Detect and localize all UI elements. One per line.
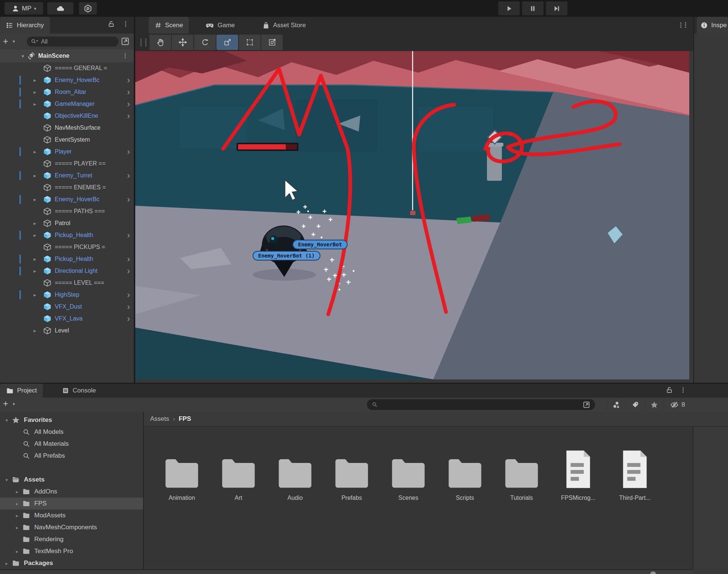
project-tree-item-assets[interactable]: ▾Assets [0,474,143,486]
scene-object-label[interactable]: Enemy_HoverBot (1) [253,251,320,261]
hierarchy-row[interactable]: ▸Patrol [0,217,134,229]
grid-scrollbar[interactable] [693,427,728,569]
scene-object-label[interactable]: Enemy_HoverBot [292,240,348,249]
prefab-open-chevron-icon[interactable]: › [127,172,130,179]
tab-project[interactable]: Project [0,384,43,398]
tool-hand[interactable] [149,35,171,50]
expander-icon[interactable]: ▸ [13,513,22,518]
hierarchy-row[interactable]: ===== GENERAL = [0,62,134,74]
tool-rect[interactable] [239,35,260,50]
prefab-open-chevron-icon[interactable]: › [127,148,130,155]
hierarchy-row[interactable]: VFX_Lava› [0,313,134,325]
expander-closed-icon[interactable]: ▸ [34,220,43,226]
prefab-open-chevron-icon[interactable]: › [127,315,130,322]
prefab-open-chevron-icon[interactable]: › [127,303,130,310]
hierarchy-row[interactable]: ===== LEVEL === [0,277,134,289]
toolbar-grip-handle[interactable] [140,38,146,47]
hierarchy-row[interactable]: ===== ENEMIES = [0,182,134,193]
expander-icon[interactable]: ▸ [13,501,22,507]
asset-item-fpsmicrog-[interactable]: FPSMicrog... [550,433,607,501]
hidden-items-button[interactable]: 8 [664,399,691,410]
open-window-icon[interactable] [120,37,130,46]
expander-closed-icon[interactable]: ▸ [34,77,43,83]
hierarchy-row[interactable]: ▸Enemy_Turret› [0,170,134,182]
expander-open-icon[interactable]: ▾ [22,53,24,59]
project-tree-item-all-models[interactable]: All Models [0,426,143,438]
expander-closed-icon[interactable]: ▸ [34,232,43,238]
expander-closed-icon[interactable]: ▸ [34,196,43,202]
project-tree-item-favorites[interactable]: ▾Favorites [0,414,143,426]
hierarchy-search-input[interactable]: All [27,37,118,47]
expander-closed-icon[interactable]: ▸ [34,292,43,298]
tab-console[interactable]: Console [56,384,102,398]
project-tree-item-textmesh-pro[interactable]: ▸TextMesh Pro [0,545,143,557]
expander-icon[interactable]: ▸ [13,549,22,554]
project-tree-item-navmeshcomponents[interactable]: ▸NavMeshComponents [0,521,143,533]
prefab-open-chevron-icon[interactable]: › [127,112,130,120]
play-button[interactable] [498,1,520,15]
prefab-open-chevron-icon[interactable]: › [127,76,130,84]
hierarchy-row[interactable]: ===== PLAYER == [0,158,134,170]
project-tree-item-fps[interactable]: ▸FPS [0,498,143,510]
plastic-scm-button[interactable] [79,2,97,15]
prefab-open-chevron-icon[interactable]: › [127,100,130,108]
expander-closed-icon[interactable]: ▸ [34,101,43,107]
project-tree-item-modassets[interactable]: ▸ModAssets [0,510,143,521]
step-button[interactable] [546,1,567,15]
breadcrumb-root[interactable]: Assets [150,415,169,423]
asset-item-art[interactable]: Art [210,433,267,501]
hierarchy-row[interactable]: ▸Enemy_HoverBc› [0,193,134,205]
open-window-icon[interactable] [582,401,591,409]
hierarchy-row[interactable]: ▸HighStep› [0,289,134,301]
expander-closed-icon[interactable]: ▸ [34,89,43,95]
expander-closed-icon[interactable]: ▸ [34,256,43,262]
expander-icon[interactable]: ▾ [2,477,11,483]
hierarchy-row[interactable]: EventSystem [0,134,134,146]
asset-item-scripts[interactable]: Scripts [437,433,493,501]
asset-item-scenes[interactable]: Scenes [380,433,437,501]
scene-viewport[interactable]: Enemy_HoverBot Enemy_HoverBot (1) [135,51,689,379]
project-tree-item-all-materials[interactable]: All Materials [0,438,143,450]
kebab-menu-icon[interactable] [680,387,687,394]
add-caret-icon[interactable]: ▾ [13,401,15,407]
hierarchy-row[interactable]: ▸Room_Altar› [0,86,134,98]
hierarchy-row[interactable]: ▸Level [0,325,134,337]
prefab-open-chevron-icon[interactable]: › [127,267,130,275]
unlock-icon[interactable] [107,20,115,28]
asset-item-prefabs[interactable]: Prefabs [323,433,380,501]
search-by-type-button[interactable] [607,399,626,410]
tool-transform[interactable] [261,35,283,50]
prefab-open-chevron-icon[interactable]: › [127,88,130,96]
unlock-icon[interactable] [665,386,673,394]
hierarchy-row[interactable]: ===== PICKUPS = [0,241,134,253]
kebab-menu-icon[interactable] [122,20,129,28]
project-tree-item-all-prefabs[interactable]: All Prefabs [0,450,143,462]
tab-scene[interactable]: Scene [149,17,189,34]
cloud-button[interactable] [47,2,73,15]
kebab-menu-icon[interactable] [682,21,689,29]
expander-icon[interactable]: ▸ [13,489,22,495]
add-object-button[interactable]: + [3,36,8,47]
prefab-open-chevron-icon[interactable]: › [127,196,130,203]
expander-icon[interactable]: ▾ [2,417,11,423]
hierarchy-row[interactable]: ▸Pickup_Health› [0,253,134,265]
search-by-label-button[interactable] [626,399,645,410]
pause-button[interactable] [522,1,544,15]
expander-closed-icon[interactable]: ▸ [34,173,43,179]
asset-item-animation[interactable]: Animation [153,433,210,501]
hierarchy-row[interactable]: ▸Pickup_Health› [0,229,134,241]
project-search-input[interactable] [367,399,595,410]
project-tree-item-addons[interactable]: ▸AddOns [0,486,143,498]
scene-header-row[interactable]: ▾ MainScene [0,50,134,62]
kebab-menu-icon[interactable] [122,53,129,59]
asset-item-audio[interactable]: Audio [267,433,323,501]
tab-game[interactable]: Game [199,17,241,34]
tool-scale[interactable] [216,35,238,50]
hierarchy-row[interactable]: ▸GameManager› [0,98,134,110]
expander-closed-icon[interactable]: ▸ [34,149,43,155]
add-caret-icon[interactable]: ▾ [13,39,15,44]
hierarchy-row[interactable]: ===== PATHS === [0,205,134,217]
hierarchy-row[interactable]: VFX_Dust› [0,301,134,313]
hierarchy-row[interactable]: ▸Player› [0,146,134,158]
tab-hierarchy[interactable]: Hierarchy [0,17,50,34]
